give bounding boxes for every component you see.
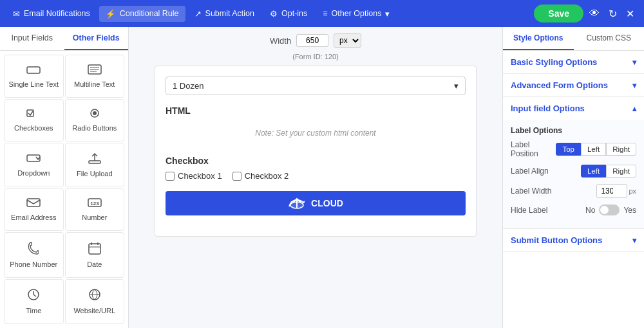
hide-label-yes: Yes: [623, 206, 636, 215]
checkbox-2-label: Checkbox 2: [245, 171, 289, 181]
width-input[interactable]: [296, 34, 328, 47]
field-email-label: Email Address: [11, 214, 56, 221]
tab-style-options[interactable]: Style Options: [503, 27, 574, 50]
close-button[interactable]: ✕: [623, 5, 638, 23]
label-position-row: Label Position Top Left Right: [511, 140, 636, 158]
chevron-submit-icon: ▾: [632, 236, 636, 245]
preview-button[interactable]: 👁: [586, 5, 603, 23]
nav-conditional[interactable]: ⚡ Conditional Rule: [99, 6, 185, 22]
field-single-line[interactable]: Single Line Text: [4, 55, 64, 98]
save-button[interactable]: Save: [534, 5, 583, 23]
dropdown-value: 1 Dozen: [173, 81, 204, 91]
checkbox-2-input[interactable]: [232, 172, 242, 181]
field-date-label: Date: [87, 260, 102, 268]
svg-rect-9: [89, 161, 100, 163]
submit-btn-label: CLOUD: [311, 198, 343, 208]
label-align-left[interactable]: Left: [581, 165, 606, 178]
form-id: (Form ID: 120): [292, 53, 339, 60]
field-phone-label: Phone Number: [10, 260, 57, 268]
label-width-label: Label Width: [511, 187, 551, 196]
nav-email[interactable]: ✉ Email Notifications: [6, 6, 97, 22]
hide-label-toggle[interactable]: [599, 205, 620, 215]
field-time[interactable]: Time: [4, 279, 64, 325]
svg-rect-13: [89, 244, 100, 254]
checkbox-item-2[interactable]: Checkbox 2: [232, 171, 289, 181]
label-pos-top[interactable]: Top: [556, 143, 581, 156]
submit-preview-button[interactable]: CLOUD: [166, 191, 466, 215]
label-align-right[interactable]: Right: [606, 165, 636, 178]
nav-other-label: Other Options: [332, 9, 382, 18]
field-file-upload-label: File Upload: [77, 170, 113, 178]
nav-submit[interactable]: ↗ Submit Action: [188, 6, 261, 22]
chevron-advanced-icon: ▾: [632, 81, 636, 90]
checkbox-item-1[interactable]: Checkbox 1: [166, 171, 222, 181]
label-width-input[interactable]: [596, 184, 627, 198]
field-multiline[interactable]: Multiline Text: [65, 55, 125, 98]
svg-rect-10: [27, 199, 40, 206]
field-checkboxes[interactable]: Checkboxes: [4, 99, 64, 142]
label-options-heading: Label Options: [511, 126, 636, 135]
tab-custom-css[interactable]: Custom CSS: [574, 27, 645, 50]
svg-point-7: [93, 111, 97, 115]
tab-other-fields[interactable]: Other Fields: [64, 27, 129, 50]
tab-input-fields[interactable]: Input Fields: [0, 27, 64, 50]
accordion-input-header[interactable]: Input field Options ▴: [503, 97, 644, 120]
html-note: Note: Set your custom html content: [166, 121, 466, 145]
nav-email-label: Email Notifications: [24, 9, 90, 18]
accordion-submit-header[interactable]: Submit Button Options ▾: [503, 229, 644, 251]
label-width-unit: px: [629, 187, 636, 195]
nav-other[interactable]: ≡ Other Options ▾: [316, 6, 396, 22]
radio-icon: [88, 108, 102, 122]
number-icon: 123: [88, 197, 102, 211]
hide-label-no: No: [585, 206, 595, 215]
chevron-input-icon: ▴: [632, 104, 636, 113]
accordion-advanced-label: Advanced Form Options: [511, 80, 608, 90]
conditional-icon: ⚡: [106, 9, 116, 19]
phone-icon: [28, 242, 39, 258]
accordion-advanced-header[interactable]: Advanced Form Options ▾: [503, 74, 644, 96]
field-phone[interactable]: Phone Number: [4, 232, 64, 278]
field-checkboxes-label: Checkboxes: [14, 124, 53, 132]
label-position-label: Label Position: [511, 140, 556, 158]
date-icon: [88, 242, 101, 258]
field-dropdown[interactable]: Dropdown: [4, 143, 64, 187]
label-align-row: Label Align Left Right: [511, 165, 636, 178]
website-icon: [88, 288, 101, 304]
field-email[interactable]: Email Address: [4, 188, 64, 232]
canvas-toolbar: Width px %: [270, 33, 361, 48]
right-tabs: Style Options Custom CSS: [503, 27, 644, 51]
dropdown-field[interactable]: 1 Dozen ▾: [166, 77, 466, 95]
dropdown-arrow-icon: ▾: [454, 81, 459, 91]
svg-rect-8: [27, 155, 40, 161]
field-radio[interactable]: Radio Buttons: [65, 99, 125, 142]
field-single-line-label: Single Line Text: [9, 80, 59, 88]
time-icon: [27, 288, 40, 304]
field-file-upload[interactable]: File Upload: [65, 143, 125, 187]
form-row-checkbox: Checkbox Checkbox 1 Checkbox 2: [166, 156, 466, 181]
hide-label-toggle-wrap: No Yes: [585, 205, 636, 215]
refresh-button[interactable]: ↻: [605, 5, 620, 23]
field-website[interactable]: Website/URL: [65, 279, 125, 325]
accordion-basic: Basic Styling Options ▾: [503, 51, 644, 74]
field-number[interactable]: 123 Number: [65, 188, 125, 232]
nav-optins-label: Opt-ins: [281, 9, 307, 18]
accordion-basic-header[interactable]: Basic Styling Options ▾: [503, 51, 644, 73]
field-radio-label: Radio Buttons: [72, 124, 117, 132]
label-pos-right[interactable]: Right: [606, 143, 636, 156]
label-position-group: Top Left Right: [556, 143, 636, 156]
accordion-submit-label: Submit Button Options: [511, 235, 602, 245]
field-date[interactable]: Date: [65, 232, 125, 278]
checkbox-1-input[interactable]: [166, 172, 175, 181]
nav-conditional-label: Conditional Rule: [120, 9, 179, 18]
checkbox-1-label: Checkbox 1: [178, 171, 222, 181]
html-section-label: HTML: [166, 105, 466, 116]
form-row-submit-preview: CLOUD: [166, 191, 466, 215]
label-width-row: Label Width px: [511, 184, 636, 198]
accordion-advanced: Advanced Form Options ▾: [503, 74, 644, 97]
accordion-input-body: Label Options Label Position Top Left Ri…: [503, 120, 644, 228]
checkbox-group: Checkbox 1 Checkbox 2: [166, 171, 466, 181]
label-pos-left[interactable]: Left: [581, 143, 606, 156]
dropdown-icon: [26, 153, 41, 167]
nav-optins[interactable]: ⚙ Opt-ins: [263, 6, 314, 22]
px-select[interactable]: px %: [334, 33, 361, 48]
